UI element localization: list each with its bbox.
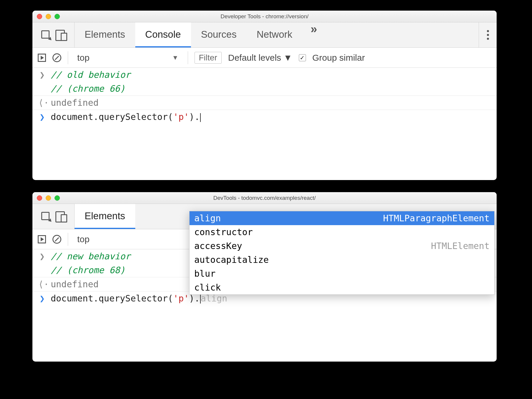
ac-label: blur bbox=[194, 268, 215, 279]
ac-meta: HTMLElement bbox=[431, 241, 490, 251]
device-toggle-icon[interactable] bbox=[55, 211, 66, 222]
chevron-down-icon: ▼ bbox=[284, 53, 292, 63]
tab-network[interactable]: Network bbox=[247, 22, 302, 47]
autocomplete-item[interactable]: accessKey HTMLElement bbox=[190, 239, 494, 253]
console-output: ❯ // old behavior // (chrome 66) ⟨· unde… bbox=[32, 68, 497, 124]
console-result: undefined bbox=[51, 279, 99, 289]
separator bbox=[188, 51, 188, 64]
input-marker-icon: ❯ bbox=[38, 70, 46, 80]
levels-label: Default levels bbox=[228, 53, 281, 63]
devtools-window-1: Developer Tools - chrome://version/ Elem… bbox=[32, 11, 497, 180]
devtools-window-2: DevTools - todomvc.com/examples/react/ E… bbox=[32, 192, 497, 362]
group-similar-label: Group similar bbox=[312, 53, 365, 63]
kebab-menu-icon[interactable] bbox=[479, 30, 497, 40]
ac-label: click bbox=[194, 282, 221, 293]
ac-label: constructor bbox=[194, 227, 253, 237]
autocomplete-popup: align HTMLParagraphElement constructor a… bbox=[189, 211, 495, 295]
ghost-completion: align bbox=[201, 293, 227, 304]
output-marker-icon: ⟨· bbox=[38, 279, 46, 289]
inspect-icon[interactable] bbox=[41, 211, 51, 222]
ac-label: autocapitalize bbox=[194, 255, 269, 265]
window-title: DevTools - todomvc.com/examples/react/ bbox=[32, 195, 497, 201]
tab-elements[interactable]: Elements bbox=[75, 204, 135, 229]
ac-label: align bbox=[194, 213, 221, 223]
console-comment: // (chrome 66) bbox=[51, 83, 125, 94]
titlebar[interactable]: DevTools - todomvc.com/examples/react/ bbox=[32, 192, 497, 204]
tabs-overflow-icon[interactable]: » bbox=[302, 22, 325, 47]
ac-meta: HTMLParagraphElement bbox=[383, 213, 490, 223]
titlebar[interactable]: Developer Tools - chrome://version/ bbox=[32, 11, 497, 22]
separator bbox=[68, 233, 68, 246]
log-levels-selector[interactable]: Default levels ▼ bbox=[228, 53, 292, 63]
toolbar-left bbox=[32, 204, 75, 229]
separator bbox=[68, 51, 68, 64]
console-filter-bar: top ▼ Filter Default levels ▼ Group simi… bbox=[32, 48, 497, 68]
autocomplete-item[interactable]: click bbox=[190, 281, 494, 294]
toolbar-left bbox=[32, 22, 75, 47]
context-selector[interactable]: top ▼ bbox=[75, 52, 181, 64]
autocomplete-item[interactable]: align HTMLParagraphElement bbox=[190, 211, 494, 225]
live-expression-icon[interactable] bbox=[38, 235, 46, 243]
tab-console[interactable]: Console bbox=[135, 22, 191, 47]
console-result: undefined bbox=[51, 98, 99, 108]
text-cursor bbox=[200, 113, 201, 122]
output-marker-icon: ⟨· bbox=[38, 98, 46, 108]
context-selector[interactable]: top bbox=[75, 233, 92, 245]
prompt-marker-icon: ❯ bbox=[38, 112, 46, 122]
window-title: Developer Tools - chrome://version/ bbox=[32, 13, 497, 20]
console-input[interactable]: document.querySelector('p'). bbox=[51, 112, 201, 122]
tab-elements[interactable]: Elements bbox=[75, 22, 135, 47]
live-expression-icon[interactable] bbox=[38, 54, 46, 62]
clear-console-icon[interactable] bbox=[52, 53, 61, 62]
console-comment: // new behavior bbox=[51, 251, 131, 261]
panel-tabs: Elements Console Sources Network » bbox=[32, 22, 497, 48]
chevron-down-icon: ▼ bbox=[172, 54, 179, 62]
prompt-marker-icon: ❯ bbox=[38, 293, 46, 304]
console-comment: // (chrome 68) bbox=[51, 265, 125, 275]
filter-input[interactable]: Filter bbox=[195, 52, 222, 64]
ac-label: accessKey bbox=[194, 241, 242, 251]
console-comment: // old behavior bbox=[51, 70, 131, 80]
inspect-icon[interactable] bbox=[41, 30, 51, 40]
device-toggle-icon[interactable] bbox=[55, 30, 66, 40]
context-label: top bbox=[77, 234, 90, 244]
tab-sources[interactable]: Sources bbox=[191, 22, 247, 47]
context-label: top bbox=[77, 53, 90, 63]
clear-console-icon[interactable] bbox=[52, 235, 61, 244]
input-marker-icon: ❯ bbox=[38, 251, 46, 261]
autocomplete-item[interactable]: autocapitalize bbox=[190, 253, 494, 267]
autocomplete-item[interactable]: blur bbox=[190, 267, 494, 281]
console-input[interactable]: document.querySelector('p').align bbox=[51, 293, 227, 304]
group-similar-checkbox[interactable] bbox=[299, 54, 306, 61]
autocomplete-item[interactable]: constructor bbox=[190, 225, 494, 239]
